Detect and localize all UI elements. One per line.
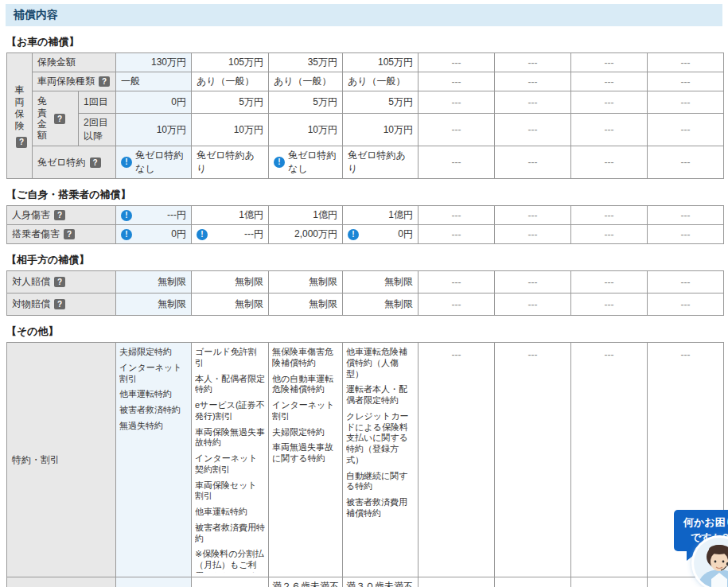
help-icon[interactable]: ? bbox=[64, 229, 75, 239]
rider-item: 被害者救済費用補償特約 bbox=[346, 497, 415, 519]
page-title-text: 補償内容 bbox=[14, 8, 58, 21]
dash-cell: --- bbox=[648, 114, 724, 146]
riders-cell: 他車運転危険補償特約（人傷型） 運転者本人・配偶者限定特約 クレジットカードによ… bbox=[343, 343, 419, 577]
rider-item: 車両保険無過失事故特約 bbox=[195, 427, 265, 449]
rider-item: 本人・配偶者限定特約 bbox=[195, 374, 265, 396]
rider-item: 車両保険セット割引 bbox=[195, 480, 265, 503]
page-title: 補償内容 bbox=[6, 4, 722, 26]
dash-cell: --- bbox=[571, 225, 648, 244]
table-row: 免責金額 ? 1回目 0円 5万円 5万円 5万円 --- --- --- --… bbox=[7, 91, 724, 114]
value-cell: 無制限 bbox=[192, 294, 269, 316]
value-cell: 130万円 bbox=[116, 53, 192, 72]
dash-cell: --- bbox=[419, 577, 495, 587]
rider-item: 他車運転危険補償特約（人傷型） bbox=[346, 347, 415, 379]
help-icon[interactable]: ? bbox=[54, 299, 65, 309]
table-row: 車両保険種類? 一般 あり（一般） あり（一般） あり（一般） --- --- … bbox=[7, 72, 724, 91]
help-icon[interactable]: ? bbox=[54, 210, 65, 220]
value-cell: 10万円 bbox=[343, 114, 419, 146]
table-row: 特約・割引 夫婦限定特約 インターネット割引 他車運転特約 被害者救済特約 無過… bbox=[7, 343, 724, 577]
row-label-riders: 特約・割引 bbox=[7, 343, 116, 577]
value-cell: 無制限 bbox=[343, 294, 419, 316]
rider-item: 被害者救済費用特約 bbox=[195, 523, 265, 545]
row-label-bodily-liability: 対人賠償? bbox=[7, 271, 116, 294]
value-cell: 無制限 bbox=[343, 271, 419, 294]
section-title-others: 【その他】 bbox=[6, 325, 728, 339]
help-icon[interactable]: ? bbox=[90, 157, 101, 168]
rider-item: インターネット割引 bbox=[119, 363, 188, 385]
dash-cell: --- bbox=[571, 343, 648, 577]
dash-cell: --- bbox=[419, 271, 495, 294]
value-cell: !---円 bbox=[192, 225, 269, 244]
value-cell: 満２６歳未満不担保 bbox=[269, 577, 343, 587]
value-cell: !0円 bbox=[343, 225, 419, 244]
value-cell: あり（一般） bbox=[192, 72, 269, 91]
value-cell: ３５歳以上補償 bbox=[192, 577, 269, 587]
rider-item: 運転者本人・配偶者限定特約 bbox=[346, 384, 415, 406]
dash-cell: --- bbox=[419, 53, 495, 72]
coverage-page: 補償内容 【お車の補償】 車両保険 ? 保険金額 130万円 105万円 35万… bbox=[0, 0, 728, 587]
value-cell: 無制限 bbox=[116, 271, 192, 294]
value-cell: 満３０歳未満不担保 bbox=[343, 577, 419, 587]
dash-cell: --- bbox=[571, 91, 648, 114]
chat-widget[interactable]: 何かお困りですか? bbox=[674, 510, 728, 551]
table-row: 免ゼロ特約? !免ゼロ特約なし 免ゼロ特約あり !免ゼロ特約なし 免ゼロ特約あり… bbox=[7, 146, 724, 179]
value-cell: 2,000万円 bbox=[269, 225, 343, 244]
alert-icon: ! bbox=[348, 229, 359, 240]
value-cell: !免ゼロ特約なし bbox=[116, 146, 192, 179]
dash-cell: --- bbox=[571, 146, 648, 179]
rider-item: 自動継続に関する特約 bbox=[346, 471, 415, 493]
row-label-insured-amount: 保険金額 bbox=[33, 53, 116, 72]
dash-cell: --- bbox=[648, 225, 724, 244]
dash-cell: --- bbox=[495, 225, 571, 244]
row-label-zero-deductible: 免ゼロ特約? bbox=[33, 146, 116, 179]
table-row: 運転者年齢条件 ３０歳以上補償 ３５歳以上補償 満２６歳未満不担保 満３０歳未満… bbox=[7, 577, 724, 587]
other-party-table: 対人賠償? 無制限 無制限 無制限 無制限 --- --- --- --- 対物… bbox=[6, 270, 724, 316]
value-cell: 1億円 bbox=[269, 206, 343, 225]
dash-cell: --- bbox=[495, 343, 571, 577]
value-cell: 5万円 bbox=[269, 91, 343, 114]
value-cell: 105万円 bbox=[343, 53, 419, 72]
value-cell: 一般 bbox=[116, 72, 192, 91]
value-cell: ３０歳以上補償 bbox=[116, 577, 192, 587]
riders-cell: 夫婦限定特約 インターネット割引 他車運転特約 被害者救済特約 無過失特約 bbox=[116, 343, 192, 577]
rider-item: 車両無過失事故に関する特約 bbox=[272, 442, 339, 465]
rider-item: ※保険料の分割払（月払）もご利用いただけます bbox=[195, 549, 265, 573]
dash-cell: --- bbox=[495, 72, 571, 91]
car-coverage-table: 車両保険 ? 保険金額 130万円 105万円 35万円 105万円 --- -… bbox=[6, 52, 724, 179]
row-label-property-liability: 対物賠償? bbox=[7, 294, 116, 316]
dash-cell: --- bbox=[419, 114, 495, 146]
row-label-coverage-type: 車両保険種類? bbox=[33, 72, 116, 91]
dash-cell: --- bbox=[571, 271, 648, 294]
dash-cell: --- bbox=[648, 91, 724, 114]
value-cell: あり（一般） bbox=[269, 72, 343, 91]
section-title-car: 【お車の補償】 bbox=[6, 35, 728, 49]
help-icon[interactable]: ? bbox=[54, 277, 65, 287]
alert-icon: ! bbox=[121, 157, 132, 168]
dash-cell: --- bbox=[419, 146, 495, 179]
value-cell: !免ゼロ特約なし bbox=[269, 146, 343, 179]
dash-cell: --- bbox=[419, 91, 495, 114]
help-icon[interactable]: ? bbox=[54, 114, 65, 124]
help-icon[interactable]: ? bbox=[99, 76, 110, 87]
rider-item: 他車運転特約 bbox=[195, 507, 265, 518]
rider-item: eサービス(証券不発行)割引 bbox=[195, 400, 265, 422]
value-cell: 0円 bbox=[116, 91, 192, 114]
dash-cell: --- bbox=[419, 206, 495, 225]
help-icon[interactable]: ? bbox=[16, 137, 27, 148]
row-label-deductible-first: 1回目 bbox=[79, 91, 116, 114]
row-label-deductible-second: 2回目以降 bbox=[79, 114, 116, 146]
others-table: 特約・割引 夫婦限定特約 インターネット割引 他車運転特約 被害者救済特約 無過… bbox=[6, 342, 724, 587]
dash-cell: --- bbox=[648, 72, 724, 91]
dash-cell: --- bbox=[495, 271, 571, 294]
dash-cell: --- bbox=[495, 206, 571, 225]
dash-cell: --- bbox=[495, 146, 571, 179]
alert-icon: ! bbox=[121, 210, 132, 221]
value-cell: 10万円 bbox=[116, 114, 192, 146]
value-cell: 10万円 bbox=[192, 114, 269, 146]
value-cell: 免ゼロ特約あり bbox=[343, 146, 419, 179]
table-row: 2回目以降 10万円 10万円 10万円 10万円 --- --- --- --… bbox=[7, 114, 724, 146]
dash-cell: --- bbox=[495, 114, 571, 146]
value-cell: 1億円 bbox=[192, 206, 269, 225]
row-label-age-condition: 運転者年齢条件 bbox=[7, 577, 116, 587]
rider-item: ゴールド免許割引 bbox=[195, 347, 265, 369]
